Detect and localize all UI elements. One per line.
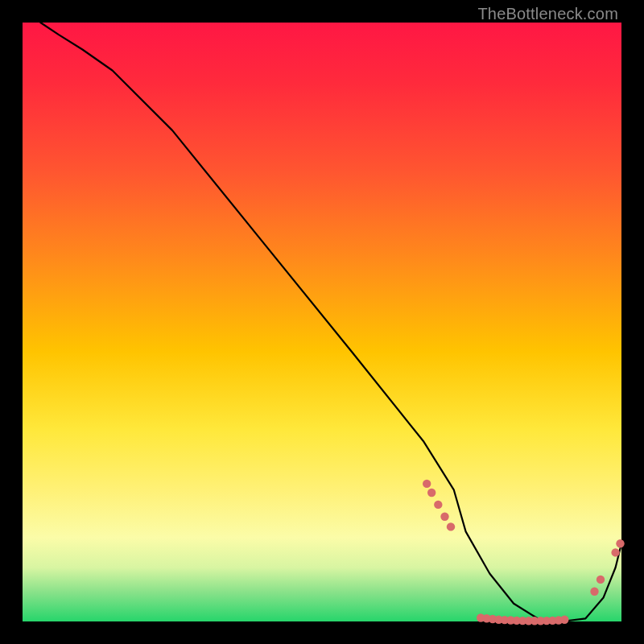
valley-dots-group	[423, 480, 625, 625]
bottleneck-curve	[40, 23, 621, 621]
data-dot	[611, 548, 619, 556]
watermark-text: TheBottleneck.com	[477, 5, 618, 23]
data-dot	[423, 480, 431, 488]
data-dot	[560, 616, 568, 624]
data-dot	[434, 501, 442, 509]
chart-svg	[23, 23, 621, 621]
data-dot	[427, 489, 436, 497]
chart-plot-area	[23, 23, 621, 621]
chart-frame: TheBottleneck.com	[0, 0, 644, 644]
data-dot	[616, 539, 624, 547]
data-dot	[440, 513, 448, 521]
data-dot	[590, 588, 598, 596]
data-dot	[447, 522, 455, 530]
data-dot	[597, 576, 605, 584]
